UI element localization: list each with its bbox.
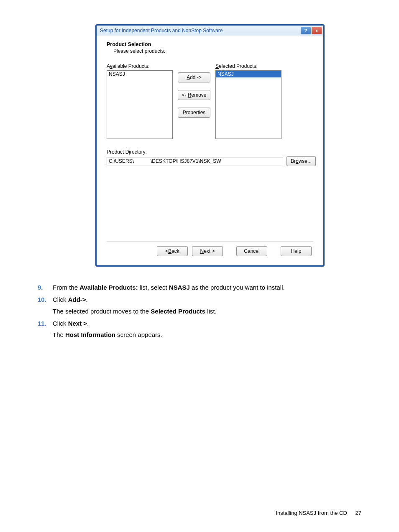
step-body: Click Add->. The selected product moves … [53, 295, 361, 316]
instruction-text: 9. From the Available Products: list, se… [38, 283, 361, 339]
footer-section: Installing NSASJ from the CD [276, 510, 347, 516]
cancel-button[interactable]: Cancel [236, 246, 267, 256]
titlebar: Setup for Independent Products and NonSt… [97, 26, 323, 36]
installer-dialog: Setup for Independent Products and NonSt… [95, 24, 325, 267]
product-directory-input[interactable] [107, 157, 283, 165]
step-body: Click Next >. The Host Information scree… [53, 319, 361, 340]
properties-button[interactable]: Properties [178, 108, 210, 118]
help-button[interactable]: Help [281, 246, 312, 256]
remove-button[interactable]: <- Remove [178, 90, 210, 100]
back-button[interactable]: < Back [157, 246, 188, 256]
product-directory-label: Product Directory: [107, 149, 316, 155]
next-button[interactable]: Next > [192, 246, 223, 256]
page-footer: Installing NSASJ from the CD 27 [276, 510, 361, 516]
list-item[interactable]: NSASJ [107, 71, 172, 77]
page-number: 27 [356, 510, 361, 516]
step-number: 10. [38, 295, 53, 316]
step-number: 9. [38, 283, 53, 292]
selected-products-label: Selected Products: [215, 63, 281, 69]
help-icon[interactable]: ? [301, 27, 311, 34]
page-title: Product Selection [107, 41, 316, 47]
available-products-label: Available Products: [107, 63, 173, 69]
step-body: From the Available Products: list, selec… [53, 283, 361, 292]
window-title: Setup for Independent Products and NonSt… [100, 28, 301, 33]
selected-products-list[interactable]: NSASJ [215, 70, 281, 139]
browse-button[interactable]: Browse... [286, 156, 316, 166]
list-item[interactable]: NSASJ [216, 71, 281, 77]
available-products-list[interactable]: NSASJ [107, 70, 173, 139]
step-number: 11. [38, 319, 53, 340]
add-button[interactable]: Add -> [178, 72, 210, 82]
page-subtitle: Please select products. [113, 48, 316, 54]
close-icon[interactable]: x [312, 27, 322, 34]
